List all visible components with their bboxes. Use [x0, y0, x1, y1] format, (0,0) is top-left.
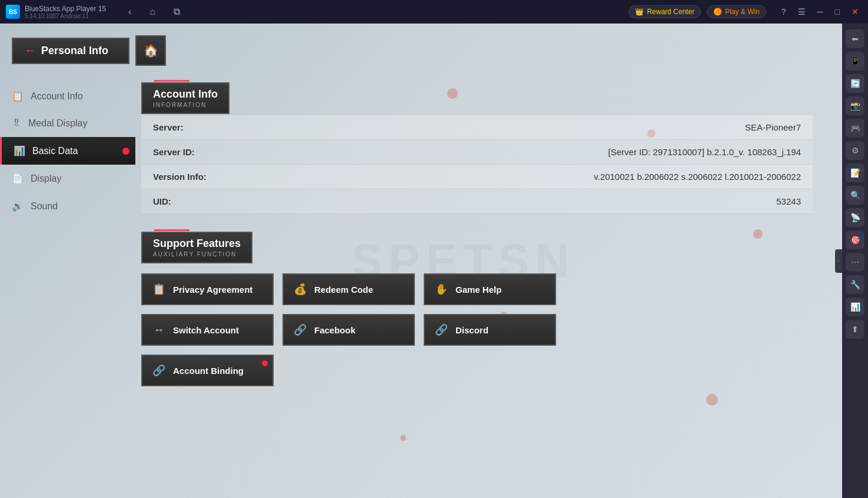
sidebar-label-display: Display — [31, 173, 61, 184]
main-container: SPETSN ← Personal Info 🏠 📋 Account Info — [0, 24, 868, 498]
reward-center-button[interactable]: 👑 Reward Center — [628, 5, 701, 18]
app-title: BlueStacks App Player 15 — [25, 5, 106, 13]
switch-icon: ↔ — [152, 324, 166, 336]
table-row: Server: SEA-Pioneer7 — [141, 115, 813, 140]
back-arrow-icon: ← — [25, 45, 35, 57]
table-row: UID: 53243 — [141, 189, 813, 214]
switch-label: Switch Account — [173, 325, 239, 335]
title-bar: BS BlueStacks App Player 15 5.14.10.1007… — [0, 0, 868, 24]
back-button[interactable]: ‹ — [124, 4, 136, 19]
reward-icon: 👑 — [635, 8, 644, 16]
play-win-label: Play & Win — [725, 8, 760, 16]
support-features-subtitle: AUXILIARY FUNCTION — [153, 251, 241, 258]
uid-label: UID: — [141, 189, 259, 214]
menu-button[interactable]: ☰ — [794, 6, 809, 18]
content-area: Account Info INFORMATION Server: SEA-Pio… — [141, 82, 813, 486]
account-info-icon: 📋 — [12, 91, 24, 102]
privacy-icon: 📋 — [152, 283, 166, 296]
sidebar-item-display[interactable]: 📄 Display — [0, 165, 135, 192]
sidebar-item-account-info[interactable]: 📋 Account Info — [0, 82, 135, 110]
sidebar-label-sound: Sound — [31, 201, 58, 212]
account-info-header: Account Info INFORMATION — [141, 82, 230, 114]
support-features-header: Support Features AUXILIARY FUNCTION — [141, 232, 252, 263]
account-binding-icon: 🔗 — [152, 364, 166, 377]
right-tool-gamepad[interactable]: 🎮 — [846, 119, 864, 138]
uid-value: 53243 — [259, 189, 813, 214]
facebook-label: Facebook — [314, 325, 355, 335]
server-value: SEA-Pioneer7 — [259, 115, 813, 140]
sidebar-item-sound[interactable]: 🔊 Sound — [0, 192, 135, 220]
basic-data-icon: 📊 — [14, 145, 25, 156]
account-info-section: Account Info INFORMATION Server: SEA-Pio… — [141, 82, 813, 214]
table-row: Server ID: [Server ID: 2971310007] b.2.1… — [141, 140, 813, 165]
right-tool-target[interactable]: 🎯 — [846, 230, 864, 249]
account-binding-button[interactable]: 🔗 Account Binding — [141, 355, 274, 386]
right-tool-up[interactable]: ⬆ — [846, 320, 864, 339]
redeem-label: Redeem Code — [314, 285, 373, 295]
sidebar-expand-handle[interactable]: ‹ — [835, 249, 842, 273]
right-tool-back[interactable]: ⬅ — [846, 29, 864, 48]
personal-info-label: Personal Info — [41, 45, 108, 57]
maximize-button[interactable]: □ — [832, 6, 843, 18]
redeem-icon: 💰 — [293, 283, 307, 296]
discord-button[interactable]: 🔗 Discord — [424, 314, 556, 346]
right-tool-tools[interactable]: 🔧 — [846, 275, 864, 294]
switch-account-button[interactable]: ↔ Switch Account — [141, 314, 274, 346]
server-label: Server: — [141, 115, 259, 140]
tabs-button[interactable]: ⧉ — [169, 4, 185, 19]
sound-icon: 🔊 — [12, 200, 24, 212]
server-id-value: [Server ID: 2971310007] b.2.1.0_v. 10826… — [259, 140, 813, 165]
right-tool-stats[interactable]: 📊 — [846, 298, 864, 316]
home-button[interactable]: ⌂ — [145, 4, 160, 19]
medal-display-icon: 🎖 — [12, 118, 21, 129]
privacy-label: Privacy Agreement — [173, 285, 252, 295]
account-info-title: Account Info — [153, 88, 218, 101]
home-nav-button[interactable]: 🏠 — [135, 35, 166, 66]
right-tool-notes[interactable]: 📝 — [846, 163, 864, 182]
app-logo: BS — [6, 5, 20, 19]
server-id-label: Server ID: — [141, 140, 259, 165]
right-tool-settings[interactable]: ⚙ — [846, 141, 864, 160]
left-sidebar: 📋 Account Info 🎖 Medal Display 📊 Basic D… — [0, 82, 135, 220]
support-features-title: Support Features — [153, 238, 241, 250]
app-version: 5.14.10.1007 Android 11 — [25, 13, 106, 19]
support-features-section: Support Features AUXILIARY FUNCTION 📋 Pr… — [141, 232, 813, 386]
version-info-value: v.2010021 b.2006022 s.2006022 l.2010021-… — [259, 165, 813, 189]
support-buttons-grid: 📋 Privacy Agreement 💰 Redeem Code ✋ Game… — [141, 273, 813, 386]
right-sidebar: ‹ ⬅ 📱 🔄 📸 🎮 ⚙ 📝 🔍 📡 🎯 ⋯ 🔧 📊 ⬆ — [842, 24, 868, 498]
redeem-code-button[interactable]: 💰 Redeem Code — [282, 273, 415, 305]
app-info: BS BlueStacks App Player 15 5.14.10.1007… — [6, 5, 106, 19]
right-tool-search[interactable]: 🔍 — [846, 186, 864, 205]
account-info-table: Server: SEA-Pioneer7 Server ID: [Server … — [141, 115, 813, 214]
facebook-icon: 🔗 — [293, 323, 307, 336]
right-tool-mobile[interactable]: 📱 — [846, 52, 864, 71]
privacy-agreement-button[interactable]: 📋 Privacy Agreement — [141, 273, 274, 305]
sidebar-item-basic-data[interactable]: 📊 Basic Data — [0, 137, 135, 165]
home-icon: 🏠 — [144, 44, 158, 58]
help-button[interactable]: ? — [778, 6, 790, 18]
table-row: Version Info: v.2010021 b.2006022 s.2006… — [141, 165, 813, 189]
discord-icon: 🔗 — [434, 323, 448, 336]
close-button[interactable]: ✕ — [848, 6, 862, 18]
right-tool-more[interactable]: ⋯ — [846, 253, 864, 272]
facebook-button[interactable]: 🔗 Facebook — [282, 314, 415, 346]
sidebar-item-medal-display[interactable]: 🎖 Medal Display — [0, 110, 135, 137]
sidebar-label-medal-display: Medal Display — [28, 118, 87, 129]
personal-info-button[interactable]: ← Personal Info — [12, 38, 129, 64]
sidebar-label-account-info: Account Info — [31, 91, 83, 102]
title-bar-right: 👑 Reward Center 🟠 Play & Win ? ☰ ─ □ ✕ — [628, 5, 862, 18]
nav-controls: ‹ ⌂ ⧉ — [124, 4, 185, 19]
discord-label: Discord — [455, 325, 488, 335]
right-tool-network[interactable]: 📡 — [846, 208, 864, 227]
reward-label: Reward Center — [647, 8, 694, 16]
play-win-button[interactable]: 🟠 Play & Win — [707, 5, 766, 18]
play-icon: 🟠 — [713, 8, 722, 16]
right-tool-screenshot[interactable]: 📸 — [846, 96, 864, 115]
game-help-label: Game Help — [455, 285, 501, 295]
minimize-button[interactable]: ─ — [814, 6, 827, 18]
game-help-icon: ✋ — [434, 283, 448, 296]
game-help-button[interactable]: ✋ Game Help — [424, 273, 556, 305]
right-tool-rotate[interactable]: 🔄 — [846, 74, 864, 93]
game-area: SPETSN ← Personal Info 🏠 📋 Account Info — [0, 24, 842, 498]
window-controls: ? ☰ ─ □ ✕ — [778, 6, 862, 18]
